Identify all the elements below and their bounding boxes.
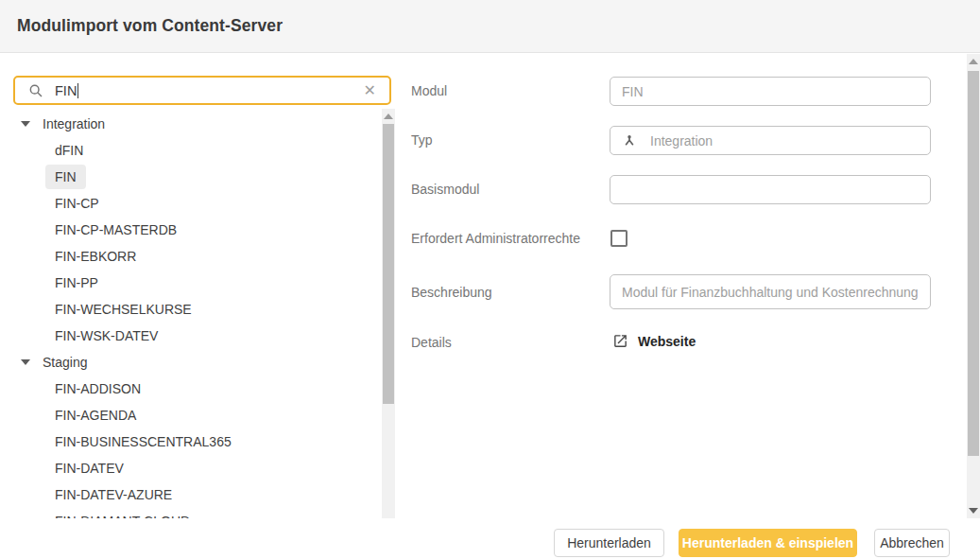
typ-field-value: Integration (650, 133, 713, 148)
tree-module-row[interactable]: FIN-DATEV (13, 455, 376, 481)
module-import-dialog: Modulimport vom Content-Server FIN ✕ Int… (0, 0, 980, 559)
webseite-link[interactable]: Webseite (612, 333, 696, 349)
beschreibung-label: Beschreibung (411, 285, 492, 300)
modul-field-value: FIN (622, 84, 644, 99)
tree-item-label[interactable]: FIN-BUSINESSCENTRAL365 (45, 429, 241, 454)
tree-item-label[interactable]: FIN-ADDISON (45, 376, 150, 401)
tree-scrollbar[interactable] (382, 109, 395, 518)
download-and-install-button[interactable]: Herunterladen & einspielen (679, 529, 857, 557)
clear-search-icon[interactable]: ✕ (360, 81, 380, 100)
tree-item-label[interactable]: FIN-AGENDA (45, 403, 146, 428)
tree-module-row[interactable]: FIN-ADDISON (13, 376, 376, 402)
search-input-value[interactable]: FIN (55, 83, 77, 98)
tree-module-row[interactable]: FIN-PP (13, 270, 376, 296)
tree-module-row[interactable]: FIN-AGENDA (13, 402, 376, 428)
tree-item-label[interactable]: Integration (43, 112, 105, 136)
search-icon (28, 83, 43, 98)
tree-item-label[interactable]: FIN-WSK-DATEV (45, 323, 167, 348)
tree-category-row[interactable]: Staging (13, 349, 376, 376)
dialog-scrollbar[interactable] (967, 54, 980, 518)
tree-module-row[interactable]: FIN-BUSINESSCENTRAL365 (13, 428, 376, 455)
tree-module-row[interactable]: FIN-WSK-DATEV (13, 323, 376, 349)
scroll-up-icon[interactable] (384, 114, 393, 119)
scroll-up-icon[interactable] (969, 59, 978, 64)
tree-item-label[interactable]: FIN-EBKORR (45, 244, 146, 269)
basismodul-field[interactable] (610, 175, 931, 204)
text-cursor (77, 83, 78, 98)
chevron-down-icon[interactable] (21, 359, 30, 365)
beschreibung-field-value: Modul für Finanzbuchhaltung und Kostenre… (622, 285, 919, 300)
tree-module-row[interactable]: FIN (13, 164, 376, 190)
scroll-down-icon[interactable] (969, 508, 978, 514)
tree-module-row[interactable]: FIN-CP (13, 190, 376, 217)
tree-item-label[interactable]: Staging (43, 350, 87, 375)
tree-item-label[interactable]: dFIN (45, 138, 93, 163)
dialog-title: Modulimport vom Content-Server (17, 16, 283, 36)
admin-rights-label: Erfordert Administratorrechte (411, 231, 580, 246)
tree-item-label[interactable]: FIN-DATEV-AZURE (45, 482, 181, 507)
integration-type-icon (622, 133, 637, 148)
webseite-link-label: Webseite (638, 334, 696, 349)
tree-item-label[interactable]: FIN-CP-MASTERDB (45, 218, 186, 242)
dialog-header: Modulimport vom Content-Server (0, 0, 980, 53)
admin-rights-checkbox[interactable] (610, 230, 628, 247)
tree-module-row[interactable]: FIN-WECHSELKURSE (13, 296, 376, 323)
tree-module-row[interactable]: dFIN (13, 137, 376, 164)
tree-module-row[interactable]: FIN-DATEV-AZURE (13, 481, 376, 508)
modul-label: Modul (411, 83, 447, 98)
cancel-button[interactable]: Abbrechen (874, 529, 950, 557)
chevron-down-icon[interactable] (21, 121, 30, 127)
modul-field[interactable]: FIN (610, 77, 931, 106)
open-in-new-icon (612, 333, 628, 349)
tree-module-row[interactable]: FIN-EBKORR (13, 243, 376, 270)
typ-label: Typ (411, 132, 433, 148)
typ-field[interactable]: Integration (610, 126, 931, 155)
module-search-box[interactable]: FIN ✕ (13, 76, 391, 105)
tree-item-label[interactable]: FIN-DATEV (45, 456, 133, 480)
tree-item-label[interactable]: FIN-PP (45, 271, 108, 295)
beschreibung-field[interactable]: Modul für Finanzbuchhaltung und Kostenre… (610, 274, 931, 309)
details-label: Details (411, 335, 452, 350)
tree-item-label-selected[interactable]: FIN (45, 165, 86, 189)
module-tree: IntegrationdFINFINFIN-CPFIN-CP-MASTERDBF… (13, 111, 376, 518)
tree-item-label[interactable]: FIN-DIAMANT-CLOUD (45, 509, 199, 518)
tree-module-row[interactable]: FIN-CP-MASTERDB (13, 217, 376, 243)
tree-scrollbar-thumb[interactable] (383, 124, 394, 404)
basismodul-label: Basismodul (411, 182, 479, 197)
download-button[interactable]: Herunterladen (554, 529, 664, 557)
tree-module-row[interactable]: FIN-DIAMANT-CLOUD (13, 508, 376, 518)
tree-item-label[interactable]: FIN-WECHSELKURSE (45, 297, 201, 322)
tree-category-row[interactable]: Integration (13, 111, 376, 137)
dialog-scrollbar-thumb[interactable] (968, 71, 979, 456)
tree-item-label[interactable]: FIN-CP (45, 191, 109, 216)
